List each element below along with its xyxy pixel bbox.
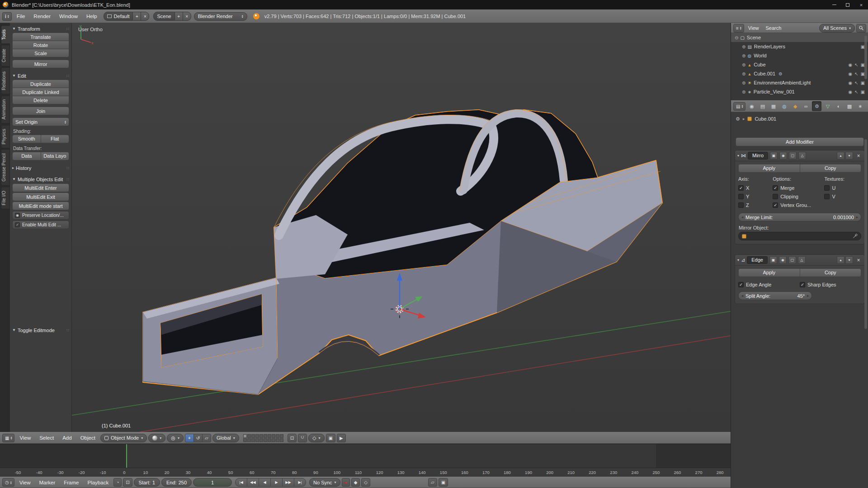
decrement-arrow-icon[interactable]: ◂ (741, 294, 743, 298)
maximize-button[interactable] (841, 0, 854, 9)
lock-to-scene-button[interactable]: ⊡ (288, 434, 297, 442)
properties-tab[interactable] (866, 101, 868, 111)
editor-type-button[interactable]: i (2, 12, 12, 21)
playback-button[interactable]: ◀◀ (247, 478, 259, 487)
unlink-scene-button[interactable]: × (183, 12, 191, 21)
edgesplit-checkbox[interactable]: Edge Angle (738, 281, 800, 289)
renderability-camera-icon[interactable]: ▣ (861, 80, 865, 85)
visibility-eye-icon[interactable]: ◉ (848, 89, 852, 94)
collapse-arrow-icon[interactable]: ▾ (737, 154, 739, 158)
expand-toggle-icon[interactable] (742, 80, 745, 85)
properties-tab[interactable] (812, 101, 821, 111)
increment-arrow-icon[interactable]: ▸ (807, 294, 809, 298)
outliner-menu[interactable]: View (745, 23, 762, 33)
merge-limit-slider[interactable]: ◂ Merge Limit: 0.001000 ▸ (738, 213, 861, 221)
transform-button[interactable]: Rotate (12, 41, 69, 49)
tool-shelf-tab[interactable]: Physics (1, 125, 10, 148)
outliner-row[interactable]: EnvironmentAmbientLight ◉ ↖ ▣ (731, 78, 868, 87)
transfer-data-button[interactable]: Data (12, 152, 41, 160)
edit-button[interactable]: Delete (12, 96, 69, 104)
selectability-arrow-icon[interactable]: ↖ (854, 80, 858, 85)
properties-tab[interactable] (844, 101, 854, 111)
eyedropper-icon[interactable] (853, 234, 858, 239)
edit-button[interactable]: Duplicate Linked (12, 88, 69, 96)
properties-scrollbar[interactable] (864, 139, 867, 329)
opengl-render-anim-button[interactable]: ▶ (337, 434, 346, 442)
modifier-header[interactable]: ▾ ⋈ Mirro ▣ ◉ ▢ △ ▴ ▾ × (735, 150, 864, 161)
viewport-visibility-toggle[interactable]: ◉ (779, 152, 787, 160)
keying-set-button[interactable]: ◆ (351, 478, 360, 487)
mode-select[interactable]: Object Mode▾ (100, 434, 147, 442)
properties-tab[interactable] (801, 101, 811, 111)
set-origin-dropdown[interactable]: Set Origin (12, 117, 69, 126)
preview-range-button[interactable]: ◔ (113, 478, 122, 487)
editor-type-button[interactable]: ◷ (2, 478, 14, 487)
pivot-select[interactable]: ◎▾ (167, 434, 184, 442)
mirror-object-field[interactable] (738, 232, 861, 240)
option-checkbox[interactable]: Merge (773, 184, 824, 192)
info-menu[interactable]: Render (30, 10, 54, 23)
panel-grip-icon[interactable]: ∷ (66, 328, 69, 333)
panel-header-edit[interactable]: ▼Edit∷ (12, 72, 69, 80)
timeline-extra-button-2[interactable]: ▣ (439, 478, 448, 487)
timeline-menu[interactable]: Marker (35, 477, 59, 488)
option-checkbox[interactable]: Vertex Grou... (773, 201, 824, 209)
editmode-toggle[interactable]: ▢ (788, 256, 796, 264)
editor-type-button[interactable]: ▦ (2, 434, 14, 442)
multi-edit-button[interactable]: MultiEdit mode start (12, 202, 69, 210)
record-button[interactable]: ● (342, 478, 350, 487)
close-button[interactable]: × (854, 0, 868, 9)
sync-mode-select[interactable]: No Sync▾ (309, 478, 340, 487)
move-down-button[interactable]: ▾ (845, 256, 853, 264)
car-model[interactable] (143, 110, 662, 394)
texture-checkbox[interactable]: V (824, 192, 861, 201)
add-screen-button[interactable]: + (133, 12, 141, 21)
outliner-row[interactable]: RenderLayers ◉ ↖ ▣ (731, 42, 868, 51)
snap-element-select[interactable]: ◇▾ (308, 434, 324, 442)
cage-toggle[interactable]: △ (798, 256, 806, 264)
properties-tab[interactable] (769, 101, 778, 111)
viewport-menu[interactable]: View (16, 432, 34, 443)
tool-shelf-tab[interactable]: Relations (1, 67, 10, 94)
playback-button[interactable]: ▶ (270, 478, 283, 487)
scale-manipulator-toggle[interactable]: ▱ (202, 434, 211, 442)
expand-toggle-icon[interactable] (742, 44, 745, 49)
info-menu[interactable]: Help (83, 10, 101, 23)
enable-multi-edit-toggle[interactable]: ✓Enable Multi Edit ... (12, 221, 69, 229)
axis-checkbox[interactable]: Y (738, 192, 773, 201)
frame-lock-button[interactable]: ⊡ (123, 478, 132, 487)
expand-toggle-icon[interactable] (742, 89, 745, 94)
timeline-menu[interactable]: Playback (84, 477, 112, 488)
editor-type-button[interactable]: ≡ (733, 24, 744, 33)
playback-button[interactable]: ◀ (259, 478, 271, 487)
panel-header-toggle-editmode[interactable]: ▼Toggle Editmode∷ (12, 326, 69, 334)
transform-button[interactable]: Translate (12, 33, 69, 41)
modifier-header[interactable]: ▾ ⊿ Edge ▣ ◉ ▢ △ ▴ ▾ × (735, 255, 864, 266)
tool-shelf-tab[interactable]: Grease Pencil (1, 149, 10, 186)
playback-button[interactable]: ▶| (294, 478, 306, 487)
screen-layout-field[interactable]: Default (104, 12, 133, 21)
expand-toggle-icon[interactable] (735, 35, 738, 40)
translate-manipulator-toggle[interactable]: + (185, 434, 194, 442)
orientation-select[interactable]: Global▾ (212, 434, 239, 442)
apply-button[interactable]: Apply (738, 164, 800, 173)
join-button[interactable]: Join (12, 107, 69, 115)
multi-edit-button[interactable]: MultiEdit Enter (12, 183, 69, 192)
mirror-button[interactable]: Mirror (12, 60, 69, 68)
cage-toggle[interactable]: △ (798, 152, 806, 160)
timeline-ruler[interactable]: -50-40-30-20-100102030405060708090100110… (0, 468, 731, 477)
timeline-menu[interactable]: Frame (60, 477, 82, 488)
add-modifier-button[interactable]: Add Modifier (736, 137, 864, 146)
info-menu[interactable]: Window (56, 10, 81, 23)
axis-checkbox[interactable]: Z (738, 201, 773, 209)
panel-header-transform[interactable]: ▼Transform∷ (12, 25, 69, 33)
copy-button[interactable]: Copy (800, 164, 862, 173)
tool-shelf-tab[interactable]: Create (1, 45, 10, 66)
edgesplit-checkbox[interactable]: Sharp Edges (800, 281, 861, 289)
move-up-button[interactable]: ▴ (837, 152, 844, 160)
viewport-menu[interactable]: Add (59, 432, 75, 443)
playback-button[interactable]: ▶▶ (282, 478, 294, 487)
texture-checkbox[interactable]: U (824, 184, 861, 192)
selectability-arrow-icon[interactable]: ↖ (854, 71, 858, 76)
properties-tab[interactable] (855, 101, 865, 111)
